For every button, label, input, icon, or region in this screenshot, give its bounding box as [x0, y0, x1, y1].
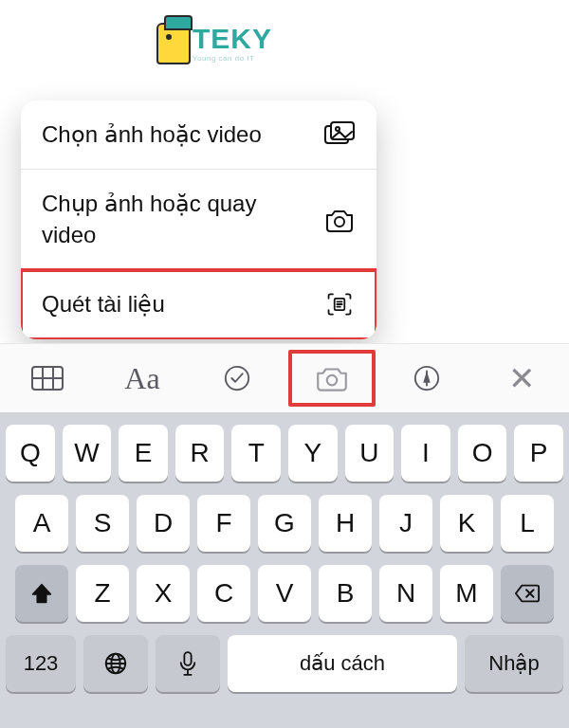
keyboard-row-3: Z X C V B N M — [6, 565, 563, 622]
svg-point-10 — [327, 375, 338, 386]
key-h[interactable]: H — [319, 495, 372, 552]
menu-item-label: Chọn ảnh hoặc video — [42, 119, 262, 150]
menu-item-scan-document[interactable]: Quét tài liệu — [21, 270, 376, 338]
menu-item-capture-media[interactable]: Chụp ảnh hoặc quay video — [21, 170, 376, 270]
camera-icon — [323, 206, 356, 234]
attachment-menu: Chọn ảnh hoặc video Chụp ảnh hoặc quay v… — [21, 100, 376, 339]
gallery-icon — [323, 120, 356, 149]
key-f[interactable]: F — [197, 495, 250, 552]
key-c[interactable]: C — [197, 565, 250, 622]
key-m[interactable]: M — [440, 565, 493, 622]
svg-point-9 — [226, 367, 248, 390]
close-toolbar[interactable]: ✕ — [474, 344, 569, 412]
notes-toolbar: Aa ✕ — [0, 343, 569, 413]
key-r[interactable]: R — [175, 425, 225, 482]
space-key[interactable]: dấu cách — [228, 635, 457, 692]
key-o[interactable]: O — [458, 425, 507, 482]
key-y[interactable]: Y — [288, 425, 338, 482]
camera-tool[interactable] — [284, 344, 379, 412]
svg-point-3 — [335, 217, 344, 227]
key-u[interactable]: U — [345, 425, 395, 482]
menu-item-choose-media[interactable]: Chọn ảnh hoặc video — [21, 100, 376, 170]
keyboard-row-4: 123 dấu cách Nhập — [6, 635, 563, 692]
keyboard-row-2: A S D F G H J K L — [6, 495, 563, 552]
key-a[interactable]: A — [15, 495, 68, 552]
key-b[interactable]: B — [319, 565, 372, 622]
logo-brand: TEKY — [193, 25, 272, 53]
table-tool[interactable] — [0, 344, 95, 412]
text-format-tool[interactable]: Aa — [95, 344, 190, 412]
dictation-key[interactable] — [156, 635, 220, 692]
scan-document-icon — [323, 290, 356, 318]
key-s[interactable]: S — [76, 495, 129, 552]
menu-item-label: Quét tài liệu — [42, 289, 165, 319]
teky-logo: TEKY Young can do IT — [156, 23, 272, 64]
key-d[interactable]: D — [137, 495, 190, 552]
teky-bird-icon — [156, 23, 191, 64]
backspace-key[interactable] — [501, 565, 554, 622]
key-l[interactable]: L — [501, 495, 554, 552]
menu-item-label: Chụp ảnh hoặc quay video — [42, 189, 298, 250]
key-v[interactable]: V — [258, 565, 311, 622]
key-i[interactable]: I — [401, 425, 450, 482]
key-g[interactable]: G — [258, 495, 311, 552]
teky-logo-text: TEKY Young can do IT — [193, 25, 272, 63]
globe-key[interactable] — [83, 635, 148, 692]
key-e[interactable]: E — [119, 425, 168, 482]
key-w[interactable]: W — [63, 425, 112, 482]
svg-rect-16 — [184, 652, 191, 665]
key-j[interactable]: J — [379, 495, 432, 552]
key-x[interactable]: X — [137, 565, 190, 622]
checklist-tool[interactable] — [190, 344, 284, 412]
key-p[interactable]: P — [514, 425, 563, 482]
key-k[interactable]: K — [440, 495, 493, 552]
ios-keyboard: Q W E R T Y U I O P A S D F G H J K L Z … — [0, 413, 569, 728]
key-t[interactable]: T — [231, 425, 281, 482]
key-n[interactable]: N — [379, 565, 432, 622]
numbers-key[interactable]: 123 — [6, 635, 76, 692]
shift-key[interactable] — [15, 565, 68, 622]
keyboard-row-1: Q W E R T Y U I O P — [6, 425, 563, 482]
markup-tool[interactable] — [379, 344, 474, 412]
logo-tagline: Young can do IT — [193, 55, 272, 63]
key-z[interactable]: Z — [76, 565, 129, 622]
enter-key[interactable]: Nhập — [465, 635, 563, 692]
key-q[interactable]: Q — [6, 425, 55, 482]
